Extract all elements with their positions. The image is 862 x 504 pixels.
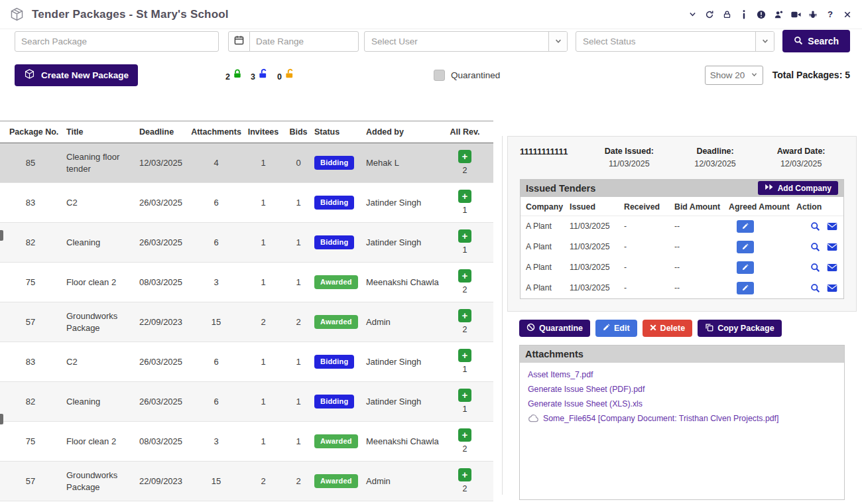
select-user-dropdown[interactable]: Select User xyxy=(364,31,568,52)
cell-attachments: 3 xyxy=(191,277,241,288)
packages-table: Package No. Title Deadline Attachments I… xyxy=(0,113,493,504)
attachment-link[interactable]: Generate Issue Sheet (XLS).xls xyxy=(528,397,836,411)
table-row[interactable]: 82 Cleaning 26/03/2025 6 1 1 Bidding Jat… xyxy=(0,223,493,263)
cell-bids: 1 xyxy=(285,436,312,448)
search-button[interactable]: Search xyxy=(782,30,850,52)
cell-all-rev: 2 xyxy=(442,150,488,176)
add-revision-button[interactable] xyxy=(458,349,471,362)
table-row[interactable]: 75 Floor clean 2 08/03/2025 3 1 1 Awarde… xyxy=(0,263,493,302)
search-package-input[interactable] xyxy=(15,31,219,52)
column-header: All Rev. xyxy=(442,127,488,137)
edit-agreed-amount-button[interactable] xyxy=(737,220,754,233)
video-camera-icon[interactable] xyxy=(790,9,801,20)
add-revision-button[interactable] xyxy=(458,269,471,283)
quarantine-button[interactable]: Quarantine xyxy=(519,320,590,337)
status-badge: Awarded xyxy=(314,474,358,488)
delete-button[interactable]: Delete xyxy=(643,320,693,337)
lock-icon[interactable] xyxy=(721,9,732,20)
edit-agreed-amount-button[interactable] xyxy=(737,282,754,294)
add-company-button[interactable]: Add Company xyxy=(758,181,838,195)
cell-bids: 2 xyxy=(285,475,312,487)
cell-action xyxy=(796,242,837,252)
cell-issued: 11/03/2025 xyxy=(570,242,624,251)
add-revision-button[interactable] xyxy=(458,309,471,322)
cell-action xyxy=(796,221,837,231)
cell-added-by: Jatinder Singh xyxy=(363,356,442,368)
edit-pencil-icon xyxy=(603,324,610,333)
cell-bids: 1 xyxy=(285,197,312,209)
cell-issued: 11/03/2025 xyxy=(570,283,624,292)
envelope-icon[interactable] xyxy=(827,222,837,231)
view-magnifier-icon[interactable] xyxy=(810,263,820,273)
envelope-icon[interactable] xyxy=(827,263,837,272)
envelope-icon[interactable] xyxy=(827,243,837,251)
cell-status: Awarded xyxy=(312,434,363,448)
cell-title: Cleaning xyxy=(64,396,137,408)
add-revision-button[interactable] xyxy=(458,468,471,481)
detail-summary-section: 11111111111 Date Issued: 11/03/2025 Dead… xyxy=(507,136,857,312)
info-icon[interactable] xyxy=(739,9,749,20)
cell-invitees: 1 xyxy=(241,356,285,368)
edit-pencil-icon xyxy=(742,263,749,273)
view-magnifier-icon[interactable] xyxy=(810,283,820,293)
select-status-value: Select Status xyxy=(576,36,755,46)
attachment-label: Generate Issue Sheet (PDF).pdf xyxy=(528,385,645,394)
table-row[interactable]: 75 Floor clean 2 08/03/2025 3 1 1 Awarde… xyxy=(0,422,493,462)
cell-all-rev: 1 xyxy=(442,190,488,216)
issued-tenders-header: Issued Tenders Add Company xyxy=(521,180,843,197)
cell-attachments: 15 xyxy=(191,316,241,328)
table-row[interactable]: 57 Groundworks Package 22/09/2023 15 2 2… xyxy=(0,462,493,501)
package-icon xyxy=(24,68,35,82)
envelope-icon[interactable] xyxy=(827,284,837,292)
cell-added-by: Meenakshi Chawla xyxy=(363,277,442,288)
user-icon[interactable] xyxy=(773,9,784,20)
bug-icon[interactable] xyxy=(808,9,818,20)
left-scrollbar-thumb[interactable] xyxy=(0,230,3,241)
left-scrollbar-thumb[interactable] xyxy=(0,414,3,424)
calendar-button[interactable] xyxy=(228,31,250,52)
chevron-down-icon[interactable] xyxy=(687,9,698,20)
detail-package-number: 11111111111 xyxy=(520,145,586,157)
create-new-package-button[interactable]: Create New Package xyxy=(15,64,138,86)
lock-counters: 2 3 0 xyxy=(225,68,296,82)
cell-action xyxy=(796,283,837,293)
add-revision-button[interactable] xyxy=(458,229,471,243)
add-revision-button[interactable] xyxy=(458,389,471,402)
show-count-select[interactable]: Show 20 xyxy=(705,66,763,85)
attachment-link[interactable]: Asset Items_7.pdf xyxy=(528,367,836,382)
close-icon[interactable] xyxy=(842,9,853,20)
cell-title: Cleaning xyxy=(64,237,137,249)
edit-button[interactable]: Edit xyxy=(595,320,637,337)
date-range-input[interactable] xyxy=(249,31,359,52)
add-revision-button[interactable] xyxy=(458,428,471,442)
table-row[interactable]: 82 Cleaning 26/03/2025 6 1 1 Bidding Jat… xyxy=(0,382,493,422)
attachment-label: Generate Issue Sheet (XLS).xls xyxy=(528,399,643,409)
tender-row: A Plant 11/03/2025 - -- xyxy=(521,237,843,257)
toolbar: Create New Package 2 3 0 Quarantined Sho… xyxy=(15,64,850,86)
alert-icon[interactable] xyxy=(756,9,767,20)
select-status-dropdown[interactable]: Select Status xyxy=(576,31,774,52)
table-row[interactable]: 85 Cleaning floor tender 12/03/2025 4 1 … xyxy=(0,143,493,183)
cell-status: Awarded xyxy=(312,474,363,488)
attachment-link[interactable]: Generate Issue Sheet (PDF).pdf xyxy=(528,382,836,397)
add-revision-button[interactable] xyxy=(458,190,471,203)
edit-agreed-amount-button[interactable] xyxy=(737,261,754,274)
add-revision-button[interactable] xyxy=(458,150,471,163)
help-icon[interactable]: ? xyxy=(825,9,835,20)
table-row[interactable]: 83 C2 26/03/2025 6 1 1 Bidding Jatinder … xyxy=(0,183,493,223)
cell-deadline: 26/03/2025 xyxy=(137,396,191,408)
table-row[interactable]: 57 Groundworks Package 22/09/2023 15 2 2… xyxy=(0,302,493,342)
view-magnifier-icon[interactable] xyxy=(810,221,820,231)
tender-row: A Plant 11/03/2025 - -- xyxy=(521,278,843,298)
cell-deadline: 22/09/2023 xyxy=(137,316,191,328)
copy-package-button[interactable]: Copy Package xyxy=(698,320,781,337)
refresh-icon[interactable] xyxy=(704,9,715,20)
attachment-link[interactable]: Some_File654 [Company Document: Tristhan… xyxy=(528,411,836,426)
cell-all-rev: 1 xyxy=(442,349,488,375)
table-row[interactable]: 83 C2 26/03/2025 6 1 1 Bidding Jatinder … xyxy=(0,342,493,382)
edit-agreed-amount-button[interactable] xyxy=(737,241,754,253)
cell-attachments: 6 xyxy=(191,197,241,209)
quarantined-checkbox[interactable] xyxy=(434,70,445,81)
status-badge: Bidding xyxy=(314,395,354,409)
view-magnifier-icon[interactable] xyxy=(810,242,820,252)
